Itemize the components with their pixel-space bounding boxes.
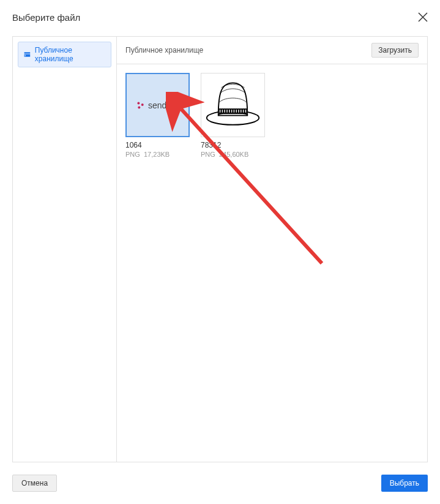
- svg-point-1: [141, 103, 144, 106]
- files-grid: sendsay 1064 PNG 17,23KB: [117, 64, 427, 462]
- svg-rect-4: [219, 108, 247, 114]
- sendsay-logo-icon: sendsay: [135, 100, 180, 111]
- select-button[interactable]: Выбрать: [381, 475, 428, 492]
- file-meta: PNG 245,60KB: [201, 151, 265, 158]
- close-icon: [418, 12, 428, 22]
- content-header: Публичное хранилище Загрузить: [117, 37, 427, 64]
- storage-icon: [23, 50, 31, 59]
- file-size: 245,60KB: [219, 151, 248, 158]
- content-area: Публичное хранилище Загрузить sendsay 10…: [117, 37, 427, 462]
- modal-title: Выберите файл: [12, 12, 80, 23]
- file-meta: PNG 17,23KB: [125, 151, 190, 158]
- file-thumbnail: [201, 73, 265, 137]
- upload-button[interactable]: Загрузить: [371, 43, 419, 58]
- svg-point-0: [137, 102, 140, 104]
- file-name: 78312: [201, 141, 265, 149]
- modal-footer: Отмена Выбрать: [12, 462, 428, 492]
- file-size: 17,23KB: [144, 151, 170, 158]
- sidebar: Публичное хранилище: [13, 37, 117, 462]
- file-type: PNG: [125, 151, 140, 158]
- close-button[interactable]: [418, 12, 428, 24]
- sidebar-item-label: Публичное хранилище: [35, 46, 106, 63]
- file-picker-modal: Выберите файл Публичное хранилище Публич…: [0, 0, 440, 504]
- sidebar-item-public-storage[interactable]: Публичное хранилище: [18, 42, 111, 67]
- svg-point-2: [138, 106, 140, 108]
- file-item[interactable]: sendsay 1064 PNG 17,23KB: [125, 73, 190, 453]
- cancel-button[interactable]: Отмена: [12, 475, 57, 492]
- file-thumbnail: sendsay: [125, 73, 190, 137]
- file-name: 1064: [125, 141, 190, 149]
- modal-body: Публичное хранилище Публичное хранилище …: [12, 36, 428, 462]
- breadcrumb: Публичное хранилище: [125, 46, 203, 55]
- file-type: PNG: [201, 151, 215, 158]
- file-item[interactable]: 78312 PNG 245,60KB: [201, 73, 265, 453]
- modal-header: Выберите файл: [12, 12, 428, 24]
- hat-icon: [204, 76, 262, 134]
